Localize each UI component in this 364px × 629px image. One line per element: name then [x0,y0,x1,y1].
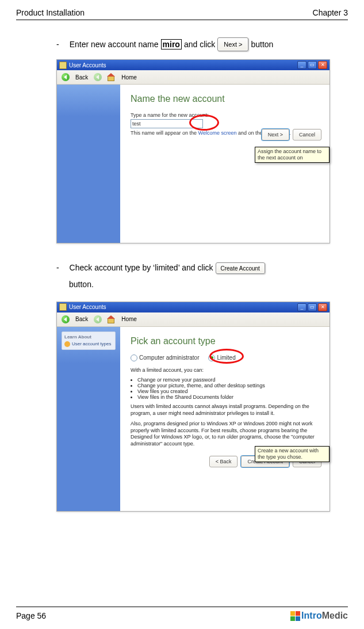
main-panel: Pick an account type Computer administra… [120,327,329,511]
close-icon[interactable]: ✕ [318,303,327,311]
page-header: Product Installation Chapter 3 [16,8,348,17]
list-item: Change or remove your password [137,377,321,383]
learn-about-title: Learn About [64,334,113,340]
create-account-button-inline: Create Account [216,262,265,274]
panel-heading: Name the new account [131,94,321,104]
window-title: User Accounts [69,304,106,310]
screenshot-name-account: User Accounts _ ▭ ✕ Back Home Name the n… [56,59,330,243]
forward-icon [94,73,102,81]
next-button[interactable]: Next > [262,129,289,140]
radio-limited[interactable]: Limited [208,354,235,361]
window-controls: _ ▭ ✕ [297,303,327,311]
minimize-icon[interactable]: _ [297,61,306,69]
instr2-post: button. [69,280,94,289]
radio-admin[interactable]: Computer administrator [131,354,199,361]
back-label: Back [75,316,88,322]
list-item: View files you created [137,388,321,394]
minimize-icon[interactable]: _ [297,303,306,311]
instr1-mid: and click [184,39,215,51]
instruction-1: - Enter new account name miro and click … [56,37,348,51]
maximize-icon[interactable]: ▭ [308,303,317,311]
screenshot-pick-type: User Accounts _ ▭ ✕ Back Home Learn Abou [56,302,330,512]
header-left: Product Installation [16,8,85,17]
list-item: Change your picture, theme, and other de… [137,383,321,388]
back-icon[interactable] [62,73,70,81]
window-body: Learn About User account types Pick an a… [57,327,329,511]
bullet-dash: - [56,39,59,51]
titlebar: User Accounts _ ▭ ✕ [57,302,329,312]
list-item: View files in the Shared Documents folde… [137,394,321,400]
home-icon[interactable] [108,73,116,81]
titlebar: User Accounts _ ▭ ✕ [57,60,329,70]
instruction-2: - Check account type by ‘limited’ and cl… [56,260,348,293]
forward-icon [94,315,102,323]
content-area: - Enter new account name miro and click … [16,37,348,512]
window-title: User Accounts [69,62,106,68]
left-panel [57,85,120,243]
left-panel: Learn About User account types [57,327,120,511]
account-name-input[interactable]: test [131,119,203,128]
para-3: Also, programs designed prior to Windows… [131,421,321,448]
input-label: Type a name for the new account: [131,112,321,118]
document-page: Product Installation Chapter 3 - Enter n… [0,0,364,629]
button-row: Next > Cancel [262,129,321,140]
back-label: Back [75,74,88,81]
header-rule [16,20,348,20]
link-welcome[interactable]: Welcome screen [198,130,237,136]
back-button[interactable]: < Back [209,456,238,467]
instr2-pre: Check account type by ‘limited’ and clic… [70,263,213,272]
learn-about-box: Learn About User account types [62,331,116,350]
home-label: Home [121,74,137,81]
home-label: Home [121,316,137,322]
cancel-button[interactable]: Cancel [293,129,321,140]
window-icon [59,303,67,311]
capability-list: Change or remove your password Change yo… [137,377,321,400]
instr1-boxed-text: miro [161,39,182,50]
page-number: Page 56 [16,611,46,620]
window-controls: _ ▭ ✕ [297,61,327,69]
toolbar: Back Home [57,70,329,85]
para-intro: With a limited account, you can: [131,367,321,374]
main-panel: Name the new account Type a name for the… [120,85,329,243]
instr1-pre: Enter new account name [70,39,159,51]
tooltip: Create a new account with the type you c… [255,446,329,462]
instr1-post: button [251,39,273,51]
toolbar: Back Home [57,312,329,327]
panel-heading: Pick an account type [131,336,321,346]
back-icon[interactable] [62,315,70,323]
brand-logo: IntroMedic [290,611,348,621]
window-icon [59,62,67,69]
home-icon[interactable] [108,315,116,323]
radio-icon [131,354,137,361]
page-footer: Page 56 IntroMedic [16,607,348,621]
help-icon [64,341,70,347]
window-body: Name the new account Type a name for the… [57,85,329,243]
footer-rule [16,607,348,607]
logo-icon [290,611,300,621]
header-right: Chapter 3 [313,8,348,17]
close-icon[interactable]: ✕ [318,61,327,69]
radio-icon [208,354,215,361]
next-button-inline: Next > [217,37,248,51]
learn-about-link[interactable]: User account types [64,341,113,347]
tooltip: Assign the account name to the next acco… [255,147,329,163]
para-2: Users with limited accounts cannot alway… [131,403,321,417]
radio-group: Computer administrator Limited [131,354,321,361]
bullet-dash: - [56,263,59,272]
maximize-icon[interactable]: ▭ [308,61,317,69]
